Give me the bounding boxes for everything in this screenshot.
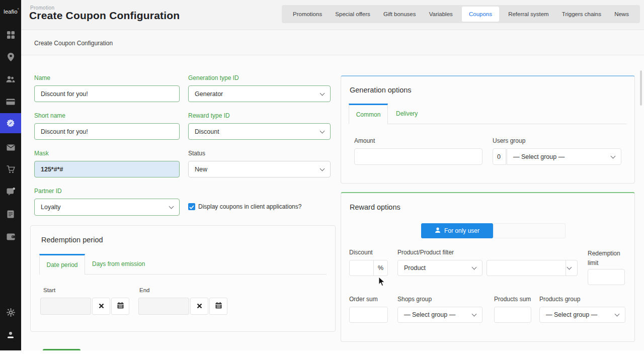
users-icon (6, 75, 15, 83)
mouse-cursor (378, 277, 385, 289)
tab-date-period[interactable]: Date period (39, 254, 85, 275)
product-filter-select[interactable]: Product (397, 260, 482, 276)
amount-label: Amount (354, 137, 375, 144)
sidebar-item-chat[interactable] (0, 183, 21, 200)
calendar-icon (215, 302, 222, 311)
users-group-count[interactable]: 0 (493, 148, 506, 165)
tab-delivery[interactable]: Delivery (396, 110, 418, 117)
end-date-input[interactable] (138, 298, 189, 315)
brand-logo[interactable]: leafio° (2, 8, 21, 15)
tab-common[interactable]: Common (349, 104, 388, 124)
amount-input[interactable] (354, 148, 482, 165)
nav-tab-promotions[interactable]: Promotions (289, 7, 326, 22)
status-label: Status (188, 150, 205, 157)
reward-type-value: Discount (195, 128, 219, 135)
nav-tab-triggers-chains[interactable]: Triggers chains (558, 7, 605, 22)
shops-group-select[interactable]: — Select group — (397, 307, 482, 323)
page-title: Create Coupon Configuration (29, 10, 180, 22)
start-date-input[interactable] (40, 298, 91, 315)
subheader-bar: Create Coupon Configuration (21, 31, 644, 55)
sidebar-item-cards[interactable] (0, 93, 21, 110)
discount-label: Discount (349, 249, 373, 256)
sidebar-item-documents[interactable] (0, 206, 21, 223)
scrollbar-thumb[interactable] (640, 70, 642, 106)
tab-days-from-emission[interactable]: Days from emission (92, 260, 145, 267)
order-sum-input[interactable] (349, 307, 388, 323)
reward-type-label: Reward type ID (188, 112, 230, 119)
discount-percent-suffix: % (373, 260, 388, 276)
end-calendar-button[interactable] (209, 298, 227, 315)
sidebar-item-dashboard[interactable] (0, 26, 21, 43)
end-label: End (139, 287, 149, 293)
name-input[interactable]: Discount for you! (34, 85, 180, 102)
sidebar: leafio° (0, 0, 21, 350)
for-only-user-label: For only user (444, 227, 479, 234)
generation-type-value: Generator (195, 90, 223, 98)
cart-icon (7, 165, 15, 173)
sidebar-item-promotion-active[interactable] (0, 113, 21, 133)
chevron-down-icon (611, 153, 616, 158)
chevron-down-icon (320, 128, 325, 133)
product-filter-secondary-select[interactable] (487, 260, 578, 276)
generation-type-select[interactable]: Generator (188, 85, 331, 102)
sidebar-item-settings[interactable] (0, 304, 21, 321)
document-icon (7, 210, 14, 218)
calendar-icon (117, 302, 124, 311)
sidebar-item-messages[interactable] (0, 139, 21, 156)
mask-input[interactable]: 125*#*# (34, 161, 180, 177)
short-name-input[interactable]: Discount for you! (34, 123, 180, 140)
status-value: New (195, 166, 207, 173)
nav-tab-news[interactable]: News (610, 7, 633, 22)
products-group-select[interactable]: — Select group — (539, 307, 625, 323)
shops-group-value: — Select group — (404, 311, 455, 318)
wallet-icon (7, 233, 15, 240)
users-group-label: Users group (493, 137, 525, 144)
redemption-period-title: Redemption period (41, 236, 103, 244)
reward-options-title: Reward options (350, 203, 400, 211)
close-icon (197, 302, 202, 311)
product-filter-label: Product/Product filter (397, 249, 454, 256)
sidebar-item-customers[interactable] (0, 70, 21, 87)
bottom-strip (0, 350, 644, 362)
app-window: leafio° (0, 0, 644, 362)
start-calendar-button[interactable] (111, 298, 129, 315)
start-clear-button[interactable] (92, 298, 110, 315)
redemption-limit-input[interactable] (588, 269, 625, 285)
products-group-label: Products group (539, 296, 580, 303)
reward-type-select[interactable]: Discount (188, 123, 331, 140)
mail-icon (7, 144, 15, 151)
nav-tab-referral-system[interactable]: Referral system (504, 7, 553, 22)
partner-select[interactable]: Loyalty (34, 199, 180, 216)
profile-icon (7, 331, 14, 339)
sidebar-item-wallet[interactable] (0, 228, 21, 245)
top-nav: Promotions Special offers Gift bonuses V… (282, 5, 640, 23)
nav-tab-gift-bonuses[interactable]: Gift bonuses (379, 7, 420, 22)
chevron-down-icon (320, 166, 325, 171)
nav-tab-special-offers[interactable]: Special offers (331, 7, 374, 22)
for-only-user-button[interactable]: For only user (421, 223, 493, 238)
status-select[interactable]: New (188, 161, 331, 177)
sidebar-item-locations[interactable] (0, 48, 21, 65)
name-label: Name (34, 74, 50, 81)
users-group-select[interactable]: — Select group — (507, 148, 621, 165)
start-label: Start (43, 287, 55, 293)
grid-icon (7, 31, 15, 39)
products-sum-input[interactable] (494, 307, 531, 323)
nav-tab-coupons[interactable]: Coupons (462, 7, 499, 22)
mask-label: Mask (34, 150, 49, 157)
sidebar-item-profile[interactable] (0, 326, 21, 343)
products-group-value: — Select group — (546, 311, 597, 318)
discount-input[interactable] (349, 260, 374, 276)
close-icon (99, 302, 104, 311)
display-coupons-checkbox[interactable] (188, 203, 195, 210)
nav-tab-variables[interactable]: Variables (425, 7, 457, 22)
discount-badge-icon (6, 119, 15, 128)
top-header: Promotion Create Coupon Configuration Pr… (21, 0, 644, 30)
subheader-title: Create Coupon Configuration (34, 40, 113, 47)
user-toggle-alt-button[interactable] (494, 223, 566, 238)
chevron-down-icon (169, 204, 174, 209)
shops-group-label: Shops group (397, 296, 432, 303)
generation-type-label: Generation type ID (188, 74, 239, 81)
sidebar-item-orders[interactable] (0, 161, 21, 178)
end-clear-button[interactable] (190, 298, 208, 315)
